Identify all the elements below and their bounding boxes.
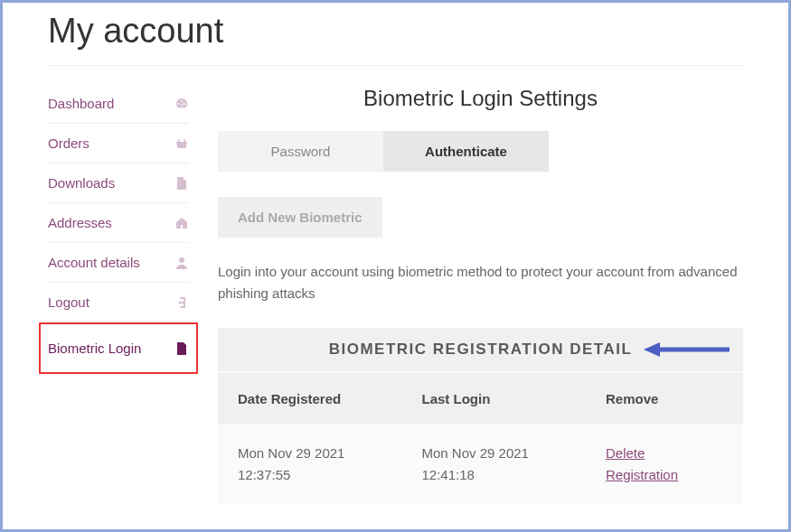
sidebar: Dashboard Orders Downloads Addresses Acc… [48, 84, 189, 504]
tabs: Password Authenticate [218, 131, 743, 172]
sidebar-item-addresses[interactable]: Addresses [48, 203, 189, 243]
table-row: Mon Nov 29 2021 12:37:55 Mon Nov 29 2021… [218, 425, 743, 504]
cell-remove: Delete Registration [606, 443, 723, 486]
user-icon [174, 256, 189, 270]
sidebar-item-dashboard[interactable]: Dashboard [48, 84, 189, 124]
sidebar-item-label: Orders [48, 135, 89, 151]
file-icon [174, 176, 189, 191]
sidebar-item-label: Dashboard [48, 96, 114, 111]
delete-link-line1: Delete [606, 443, 723, 464]
main-content: Biometric Login Settings Password Authen… [218, 84, 743, 504]
sidebar-item-label: Account details [48, 255, 140, 270]
sidebar-item-label: Logout [48, 294, 89, 310]
date-registered-time: 12:37:55 [238, 464, 422, 486]
tab-password[interactable]: Password [218, 131, 383, 172]
col-header-remove: Remove [606, 391, 723, 406]
col-header-date-registered: Date Registered [238, 391, 422, 406]
sidebar-item-account-details[interactable]: Account details [48, 243, 189, 283]
highlight-box: Biometric Login [39, 322, 198, 374]
sidebar-item-logout[interactable]: Logout [48, 283, 189, 322]
arrow-annotation-icon [644, 341, 730, 359]
sidebar-item-label: Addresses [48, 215, 112, 230]
sidebar-item-biometric-login[interactable]: Biometric Login [48, 324, 189, 372]
document-icon [174, 341, 189, 356]
cell-date-registered: Mon Nov 29 2021 12:37:55 [238, 443, 422, 486]
settings-title: Biometric Login Settings [218, 86, 743, 111]
add-new-biometric-button[interactable]: Add New Biometric [218, 197, 382, 238]
home-icon [174, 216, 189, 230]
dashboard-icon [174, 97, 189, 111]
registration-panel: BIOMETRIC REGISTRATION DETAIL Date Regis… [218, 328, 743, 504]
svg-point-0 [179, 257, 184, 263]
description-text: Login into your account using biometric … [218, 261, 743, 304]
sidebar-item-downloads[interactable]: Downloads [48, 163, 189, 203]
sidebar-item-orders[interactable]: Orders [48, 124, 189, 163]
page-title: My account [48, 12, 743, 66]
basket-icon [174, 136, 189, 151]
col-header-last-login: Last Login [422, 391, 607, 406]
tab-authenticate[interactable]: Authenticate [383, 131, 549, 172]
last-login-date: Mon Nov 29 2021 [422, 443, 607, 464]
delete-registration-link[interactable]: Delete Registration [606, 443, 723, 486]
delete-link-line2: Registration [606, 464, 723, 486]
svg-marker-2 [644, 342, 660, 357]
panel-header: BIOMETRIC REGISTRATION DETAIL [218, 328, 743, 371]
sidebar-item-label: Biometric Login [48, 341, 141, 356]
date-registered-date: Mon Nov 29 2021 [238, 443, 422, 464]
logout-icon [174, 295, 189, 310]
sidebar-item-label: Downloads [48, 175, 115, 191]
last-login-time: 12:41:18 [422, 464, 607, 486]
cell-last-login: Mon Nov 29 2021 12:41:18 [422, 443, 607, 486]
panel-header-text: BIOMETRIC REGISTRATION DETAIL [329, 341, 633, 358]
table-header-row: Date Registered Last Login Remove [218, 373, 743, 425]
